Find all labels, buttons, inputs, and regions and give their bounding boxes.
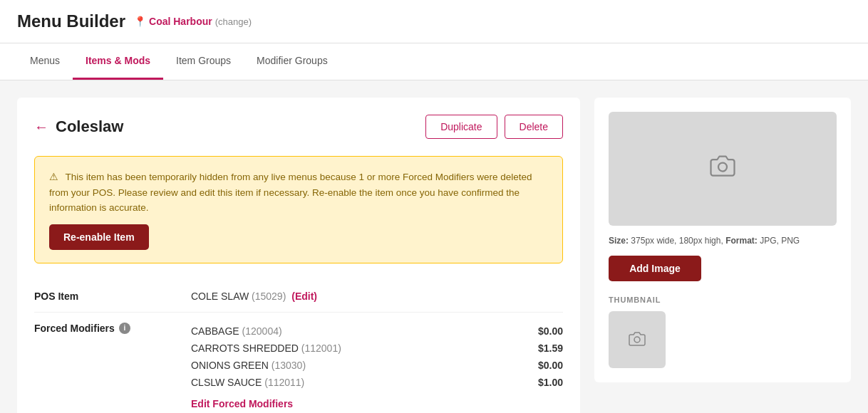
edit-forced-modifiers-link[interactable]: Edit Forced Modifiers — [191, 398, 293, 409]
forced-modifiers-label: Forced Modifiers i — [34, 323, 191, 334]
tab-items-mods[interactable]: Items & Mods — [73, 43, 163, 80]
format-value: JPG, PNG — [760, 236, 800, 246]
page-title: Coleslaw — [56, 117, 123, 136]
reenable-button[interactable]: Re-enable Item — [49, 224, 149, 250]
add-image-button[interactable]: Add Image — [609, 256, 701, 281]
forced-modifiers-info-icon[interactable]: i — [119, 323, 130, 334]
image-card: Size: 375px wide, 180px high, Format: JP… — [594, 98, 851, 382]
pos-item-edit-link[interactable]: (Edit) — [291, 291, 317, 302]
pos-item-id: (15029) — [252, 291, 286, 302]
pin-icon: 📍 — [134, 16, 146, 27]
thumbnail-camera-icon — [629, 330, 646, 350]
forced-modifiers-row: Forced Modifiers i CABBAGE (120004) $0.0… — [34, 313, 563, 413]
warning-message: This item has been temporarily hidden fr… — [49, 172, 532, 213]
modifier-price-carrots: $1.59 — [538, 343, 563, 354]
warning-text: ⚠ This item has been temporarily hidden … — [49, 169, 548, 216]
modifier-row-onions: ONIONS GREEN (13030) $0.00 — [191, 357, 563, 374]
modifier-name-carrots: CARROTS SHREDDED (112001) — [191, 343, 341, 354]
image-size-info: Size: 375px wide, 180px high, Format: JP… — [609, 236, 837, 246]
modifier-row-carrots: CARROTS SHREDDED (112001) $1.59 — [191, 340, 563, 357]
pos-item-value: COLE SLAW (15029) (Edit) — [191, 291, 563, 302]
tab-modifier-groups[interactable]: Modifier Groups — [244, 43, 341, 80]
main-content: ← Coleslaw Duplicate Delete ⚠ This item … — [0, 80, 868, 413]
image-placeholder — [609, 112, 837, 226]
duplicate-button[interactable]: Duplicate — [425, 115, 497, 139]
location-name: Coal Harbour — [149, 16, 212, 27]
size-value: 375px wide, 180px high, — [631, 236, 723, 246]
right-panel: Size: 375px wide, 180px high, Format: JP… — [594, 98, 851, 413]
modifier-row-cabbage: CABBAGE (120004) $0.00 — [191, 323, 563, 340]
format-label: Format: — [725, 236, 758, 246]
warning-icon: ⚠ — [49, 172, 58, 182]
back-button[interactable]: ← — [34, 119, 48, 135]
thumbnail-label: THUMBNAIL — [609, 296, 837, 304]
tab-menus[interactable]: Menus — [17, 43, 73, 80]
modifier-row-sauce: CLSLW SAUCE (112011) $1.00 — [191, 374, 563, 391]
forced-modifiers-value: CABBAGE (120004) $0.00 CARROTS SHREDDED … — [191, 323, 563, 409]
size-label: Size: — [609, 236, 629, 246]
location-info: 📍 Coal Harbour (change) — [134, 16, 252, 27]
delete-button[interactable]: Delete — [505, 115, 563, 139]
left-panel: ← Coleslaw Duplicate Delete ⚠ This item … — [17, 98, 580, 413]
warning-box: ⚠ This item has been temporarily hidden … — [34, 156, 563, 263]
pos-item-row: POS Item COLE SLAW (15029) (Edit) — [34, 281, 563, 313]
svg-point-0 — [718, 163, 727, 172]
pos-item-name: COLE SLAW — [191, 291, 249, 302]
thumbnail-placeholder — [609, 311, 666, 368]
modifier-price-sauce: $1.00 — [538, 377, 563, 388]
page-header: ← Coleslaw Duplicate Delete — [34, 115, 563, 139]
page-header-left: ← Coleslaw — [34, 117, 123, 136]
nav-tabs: Menus Items & Mods Item Groups Modifier … — [0, 43, 868, 80]
page-header-actions: Duplicate Delete — [425, 115, 563, 139]
modifier-name-cabbage: CABBAGE (120004) — [191, 325, 282, 337]
modifier-name-onions: ONIONS GREEN (13030) — [191, 360, 306, 371]
header: Menu Builder 📍 Coal Harbour (change) — [0, 0, 868, 43]
tab-item-groups[interactable]: Item Groups — [163, 43, 244, 80]
modifier-price-onions: $0.00 — [538, 360, 563, 371]
pos-item-label: POS Item — [34, 291, 191, 302]
change-location-link[interactable]: (change) — [215, 16, 252, 27]
modifier-name-sauce: CLSLW SAUCE (112011) — [191, 377, 304, 388]
camera-icon — [710, 153, 735, 184]
thumbnail-section: THUMBNAIL — [609, 296, 837, 368]
app-title: Menu Builder — [17, 11, 125, 31]
modifier-price-cabbage: $0.00 — [538, 325, 563, 337]
svg-point-1 — [634, 337, 640, 343]
